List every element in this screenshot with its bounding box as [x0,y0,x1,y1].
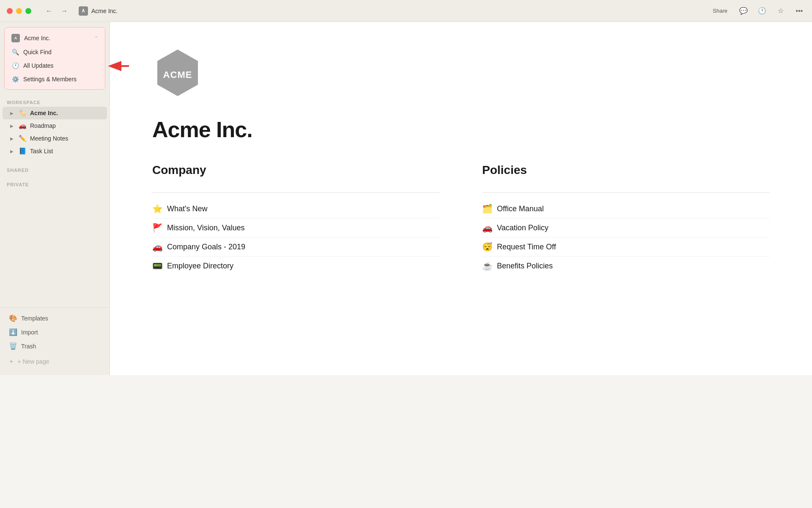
sidebar-workspace-name: Acme Inc. [24,35,50,41]
chevron-icon: ⌃ [94,36,98,41]
star-icon[interactable]: ☆ [775,5,787,17]
sidebar-workspace-icon: A [11,34,20,42]
company-column: Company ⭐ What's New 🚩 Mission, Vision, … [152,163,440,275]
roadmap-label: Roadmap [30,122,56,129]
import-item[interactable]: ⬇️ Import [3,325,107,339]
content-columns: Company ⭐ What's New 🚩 Mission, Vision, … [152,163,770,275]
traffic-lights [7,8,31,14]
settings-label: Settings & Members [23,76,77,83]
templates-label: Templates [21,315,48,322]
comment-icon[interactable]: 💬 [738,5,749,17]
templates-item[interactable]: 🎨 Templates [3,311,107,325]
sidebar-bottom: 🎨 Templates ⬇️ Import 🗑️ Trash + + New p… [0,307,110,368]
link-benefits-policies[interactable]: ☕ Benefits Policies [482,257,770,275]
company-divider [152,192,440,193]
link-whats-new[interactable]: ⭐ What's New [152,199,440,218]
red-arrow-indicator [108,58,133,74]
page-title: Acme Inc. [152,117,770,142]
all-updates-label: All Updates [23,62,54,69]
goals-label[interactable]: Company Goals - 2019 [167,243,245,251]
settings-item[interactable]: ⚙️ Settings & Members [6,72,103,86]
policies-column-title: Policies [482,163,770,182]
time-off-emoji: 😴 [482,242,493,252]
updates-icon: 🕐 [11,62,19,69]
tree-arrow-roadmap: ▶ [8,122,15,129]
tree-arrow-meeting-notes: ▶ [8,135,15,142]
minimize-button[interactable] [16,8,22,14]
sidebar-item-roadmap[interactable]: ▶ 🚗 Roadmap [3,119,107,132]
trash-icon: 🗑️ [9,342,17,350]
tree-arrow-acme: ▶ [8,110,15,116]
workspace-info: A Acme Inc. [79,6,118,16]
more-icon[interactable]: ••• [793,5,805,17]
roadmap-emoji: 🚗 [19,122,27,130]
office-manual-emoji: 🗂️ [482,204,493,214]
sidebar-item-meeting-notes[interactable]: ▶ ✏️ Meeting Notes [3,132,107,145]
sidebar-item-task-list[interactable]: ▶ 📘 Task List [3,145,107,157]
svg-text:ACME: ACME [163,69,192,80]
link-vacation-policy[interactable]: 🚗 Vacation Policy [482,218,770,237]
shared-section-label: SHARED [0,163,110,174]
workspace-switcher[interactable]: A Acme Inc. ⌃ [6,31,103,45]
private-section-label: PRIVATE [0,177,110,189]
maximize-button[interactable] [25,8,31,14]
link-mission[interactable]: 🚩 Mission, Vision, Values [152,218,440,237]
policies-column: Policies 🗂️ Office Manual 🚗 Vacation Pol… [482,163,770,275]
company-column-title: Company [152,163,440,182]
acme-logo-svg: ACME [152,47,203,98]
main-content: ACME Acme Inc. Company ⭐ What's New 🚩 [110,22,812,375]
new-page-icon: + [9,358,13,365]
main-layout: A Acme Inc. ⌃ 🔍 Quick Find 🕐 All Updates… [0,22,812,375]
benefits-label[interactable]: Benefits Policies [497,262,553,271]
close-button[interactable] [7,8,13,14]
titlebar-actions: Share 💬 🕐 ☆ ••• [709,5,805,17]
titlebar: ← → A Acme Inc. Share 💬 🕐 ☆ ••• [0,0,812,22]
trash-item[interactable]: 🗑️ Trash [3,339,107,353]
meeting-notes-label: Meeting Notes [30,135,68,142]
policies-divider [482,192,770,193]
time-off-label[interactable]: Request Time Off [497,243,556,251]
link-request-time-off[interactable]: 😴 Request Time Off [482,237,770,257]
workspace-section-label: WORKSPACE [0,95,110,107]
link-employee-directory[interactable]: 📟 Employee Directory [152,257,440,275]
mission-emoji: 🚩 [152,223,163,233]
vacation-emoji: 🚗 [482,223,493,233]
workspace-icon: A [79,6,88,16]
share-button[interactable]: Share [709,6,731,16]
acme-emoji: 🏷️ [19,109,27,117]
gear-icon: ⚙️ [11,75,19,83]
whats-new-emoji: ⭐ [152,204,163,214]
page-logo: ACME [152,47,770,100]
acme-label: Acme Inc. [30,110,58,116]
mission-label[interactable]: Mission, Vision, Values [167,224,244,232]
import-label: Import [21,329,38,336]
sidebar: A Acme Inc. ⌃ 🔍 Quick Find 🕐 All Updates… [0,22,110,375]
meeting-notes-emoji: ✏️ [19,135,27,142]
quick-find-label: Quick Find [23,49,52,55]
nav-buttons: ← → [43,5,70,17]
directory-label[interactable]: Employee Directory [167,262,233,271]
directory-emoji: 📟 [152,261,163,271]
vacation-label[interactable]: Vacation Policy [497,224,549,232]
whats-new-label[interactable]: What's New [167,204,207,213]
office-manual-label[interactable]: Office Manual [497,204,544,213]
new-page-label: + New page [17,358,49,365]
link-company-goals[interactable]: 🚗 Company Goals - 2019 [152,237,440,257]
back-button[interactable]: ← [43,5,55,17]
history-icon[interactable]: 🕐 [756,5,768,17]
workspace-name: Acme Inc. [91,8,118,14]
tree-arrow-task-list: ▶ [8,148,15,155]
forward-button[interactable]: → [58,5,70,17]
benefits-emoji: ☕ [482,261,493,271]
quick-find-item[interactable]: 🔍 Quick Find [6,45,103,59]
task-list-emoji: 📘 [19,147,27,155]
sidebar-item-acme[interactable]: ▶ 🏷️ Acme Inc. [3,107,107,119]
all-updates-item[interactable]: 🕐 All Updates [6,59,103,72]
templates-icon: 🎨 [9,314,17,322]
goals-emoji: 🚗 [152,242,163,252]
new-page-button[interactable]: + + New page [3,355,107,368]
sidebar-top-panel: A Acme Inc. ⌃ 🔍 Quick Find 🕐 All Updates… [4,27,105,90]
import-icon: ⬇️ [9,328,17,336]
trash-label: Trash [21,343,36,350]
link-office-manual[interactable]: 🗂️ Office Manual [482,199,770,218]
